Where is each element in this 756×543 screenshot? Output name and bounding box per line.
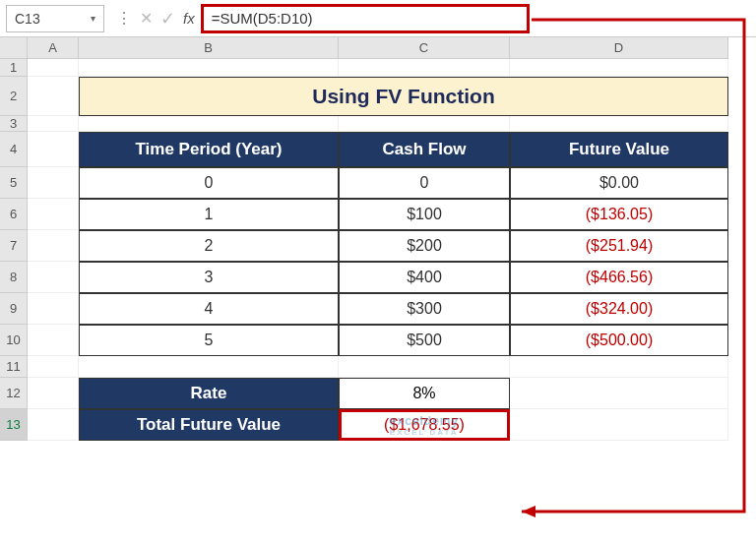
cell[interactable] [339,116,510,132]
col-header[interactable]: A [28,37,79,59]
table-cell-fv[interactable]: ($324.00) [510,293,728,325]
cell[interactable] [28,293,79,325]
table-cell-cash[interactable]: $400 [339,262,510,293]
col-header[interactable]: B [79,37,339,59]
cell[interactable] [28,199,79,230]
table-cell-period[interactable]: 3 [79,262,339,293]
row-header[interactable]: 8 [0,262,28,293]
table-cell-period[interactable]: 1 [79,199,339,230]
formula-text: =SUM(D5:D10) [212,10,313,27]
cell[interactable] [339,59,510,77]
table-cell-fv[interactable]: ($251.94) [510,230,728,262]
fx-icon[interactable]: fx [183,10,195,27]
total-future-value-cell[interactable]: ($1,678.55)exceldemyEXCEL DATA [339,409,510,441]
accept-icon[interactable]: ✓ [160,8,175,30]
watermark: exceldemyEXCEL DATA [390,414,459,437]
table-cell-cash[interactable]: $200 [339,230,510,262]
cell[interactable] [28,77,79,116]
cell[interactable] [28,325,79,356]
row-header[interactable]: 13 [0,409,28,441]
row-header[interactable]: 6 [0,199,28,230]
table-header: Future Value [510,132,728,167]
cell[interactable] [28,356,79,378]
total-future-value-label: Total Future Value [79,409,339,441]
formula-bar[interactable]: =SUM(D5:D10) [201,4,530,33]
cell[interactable] [510,409,728,441]
cell[interactable] [79,59,339,77]
cell[interactable] [339,356,510,378]
table-cell-period[interactable]: 0 [79,167,339,199]
select-all[interactable] [0,37,28,59]
title-banner: Using FV Function [79,77,728,116]
row-header[interactable]: 11 [0,356,28,378]
row-header[interactable]: 12 [0,378,28,409]
rate-label: Rate [79,378,339,409]
cell[interactable] [28,132,79,167]
col-header[interactable]: D [510,37,728,59]
spreadsheet-grid[interactable]: ABCD12Using FV Function34Time Period (Ye… [0,37,756,441]
table-cell-cash[interactable]: $300 [339,293,510,325]
name-box-value: C13 [15,11,40,27]
cell[interactable] [510,378,728,409]
formula-bar-row: C13 ▾ ⋮ ✕ ✓ fx =SUM(D5:D10) [0,0,756,37]
col-header[interactable]: C [339,37,510,59]
table-cell-fv[interactable]: ($136.05) [510,199,728,230]
cell[interactable] [28,116,79,132]
row-header[interactable]: 10 [0,325,28,356]
cell[interactable] [79,356,339,378]
row-header[interactable]: 2 [0,77,28,116]
table-cell-fv[interactable]: ($466.56) [510,262,728,293]
rate-value[interactable]: 8% [339,378,510,409]
cancel-icon[interactable]: ✕ [140,9,153,28]
table-header: Cash Flow [339,132,510,167]
formula-controls: ⋮ ✕ ✓ fx [110,8,201,30]
table-cell-fv[interactable]: $0.00 [510,167,728,199]
chevron-down-icon[interactable]: ▾ [91,13,95,24]
svg-marker-0 [522,506,536,517]
cell[interactable] [28,409,79,441]
cell[interactable] [28,59,79,77]
row-header[interactable]: 4 [0,132,28,167]
table-cell-cash[interactable]: $100 [339,199,510,230]
row-header[interactable]: 7 [0,230,28,262]
table-cell-period[interactable]: 4 [79,293,339,325]
cell[interactable] [28,262,79,293]
row-header[interactable]: 9 [0,293,28,325]
row-header[interactable]: 5 [0,167,28,199]
cell[interactable] [79,116,339,132]
table-header: Time Period (Year) [79,132,339,167]
cell[interactable] [510,356,728,378]
table-cell-period[interactable]: 2 [79,230,339,262]
cell[interactable] [510,116,728,132]
row-header[interactable]: 3 [0,116,28,132]
table-cell-cash[interactable]: $500 [339,325,510,356]
table-cell-period[interactable]: 5 [79,325,339,356]
more-icon: ⋮ [116,9,132,28]
cell[interactable] [28,167,79,199]
cell[interactable] [28,230,79,262]
table-cell-fv[interactable]: ($500.00) [510,325,728,356]
cell[interactable] [28,378,79,409]
table-cell-cash[interactable]: 0 [339,167,510,199]
row-header[interactable]: 1 [0,59,28,77]
cell[interactable] [510,59,728,77]
name-box[interactable]: C13 ▾ [6,5,104,32]
